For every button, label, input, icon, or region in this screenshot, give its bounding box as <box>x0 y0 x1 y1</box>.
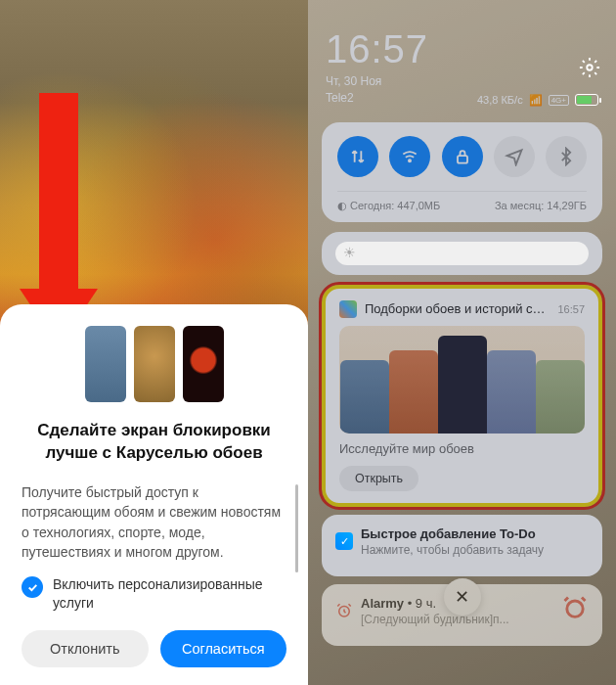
brightness-track[interactable] <box>335 242 589 265</box>
wallpaper-previews <box>22 326 286 402</box>
reject-button[interactable]: Отклонить <box>22 630 149 667</box>
notification-subtitle: [Следующий будильник]п... <box>361 613 589 626</box>
checkbox-label: Включить персонализированные услуги <box>53 575 286 613</box>
dialog-buttons: Отклонить Согласиться <box>22 630 286 667</box>
app-icon <box>335 532 353 550</box>
scrollbar[interactable] <box>295 484 298 572</box>
phone-right-notification-shade: 16:57 Чт, 30 Ноя Tele2 43,8 КБ/с 📶 4G+ ◐… <box>308 0 616 685</box>
battery-icon <box>575 94 598 106</box>
dialog-body-text: Получите быстрый доступ к потрясающим об… <box>22 484 281 560</box>
preview-thumb <box>85 326 126 402</box>
preview-thumb <box>183 326 224 402</box>
dialog-title: Сделайте экран блокировки лучше с Карусе… <box>22 420 286 465</box>
alarm-icon <box>335 602 353 619</box>
settings-gear-icon[interactable] <box>579 57 600 82</box>
accept-button[interactable]: Согласиться <box>160 630 287 667</box>
carousel-consent-dialog: Сделайте экран блокировки лучше с Карусе… <box>0 304 308 685</box>
alarmy-app-icon <box>561 594 589 621</box>
checkbox-checked-icon[interactable] <box>22 576 43 598</box>
notification-alarmy[interactable]: ✕ Alarmy • 9 ч. [Следующий будильник]п..… <box>322 584 602 646</box>
close-button[interactable]: ✕ <box>444 578 481 616</box>
personalized-checkbox-row[interactable]: Включить персонализированные услуги <box>22 575 286 613</box>
close-icon: ✕ <box>455 586 469 608</box>
phone-left-lockscreen: Сделайте экран блокировки лучше с Карусе… <box>0 0 308 685</box>
preview-thumb <box>134 326 175 402</box>
dialog-body[interactable]: Получите быстрый доступ к потрясающим об… <box>22 482 286 562</box>
svg-point-0 <box>587 65 593 70</box>
